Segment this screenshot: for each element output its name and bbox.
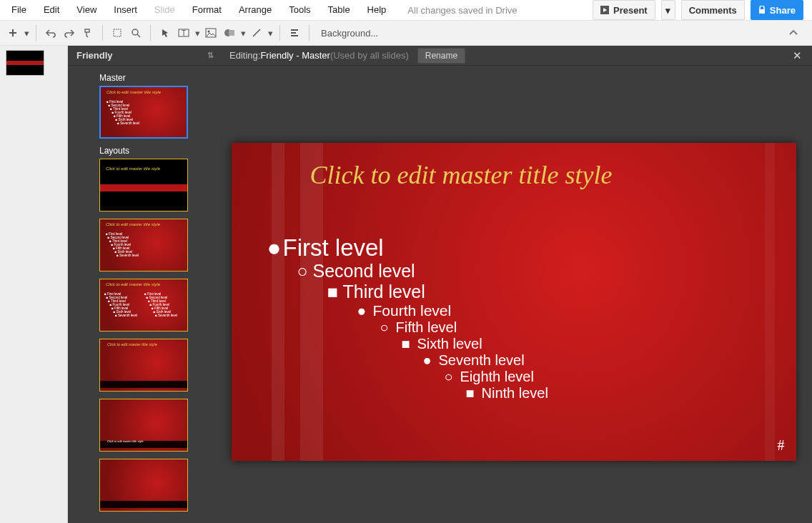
master-panel-header[interactable]: Friendly ⇅ <box>68 46 222 66</box>
menu-table[interactable]: Table <box>320 0 359 20</box>
rename-button[interactable]: Rename <box>417 48 465 64</box>
caret-down-icon: ▾ <box>665 5 670 16</box>
separator <box>309 25 310 41</box>
editing-name: Friendly - Master <box>260 50 330 61</box>
thumb-title: Click to edit master title style <box>107 342 184 347</box>
level-1: ●First level <box>267 234 548 262</box>
menu-edit[interactable]: Edit <box>35 0 68 20</box>
theme-name: Friendly <box>76 50 113 61</box>
present-label: Present <box>613 5 648 16</box>
decorative-bar <box>765 143 775 461</box>
new-slide-button[interactable] <box>4 24 21 41</box>
page-number-placeholder[interactable]: # <box>778 437 785 454</box>
share-label: Share <box>770 5 796 16</box>
level-9: ■Ninth level <box>466 385 548 402</box>
separator <box>102 25 103 41</box>
select-tool[interactable] <box>157 24 174 41</box>
sort-icon[interactable]: ⇅ <box>207 51 214 60</box>
layout-thumbnail[interactable]: Click to edit master title style <box>99 339 188 392</box>
title-placeholder[interactable]: Click to edit master title style <box>310 160 613 190</box>
separator <box>279 25 280 41</box>
undo-button[interactable] <box>42 24 59 41</box>
slide-thumbnail[interactable] <box>6 50 44 76</box>
thumb-body: ■ First level ■ Second level ■ Third lev… <box>107 100 139 125</box>
level-7: ●Seventh level <box>423 352 548 369</box>
menu-arrange[interactable]: Arrange <box>230 0 280 20</box>
layout-thumbnail[interactable]: Click to edit master title style <box>99 399 188 452</box>
thumb-title: Click to edit master title style <box>106 166 184 171</box>
master-section-label: Master <box>99 73 215 83</box>
collapse-toolbar-button[interactable] <box>785 24 802 41</box>
thumb-title: Click to edit master title style <box>107 439 184 443</box>
toolbar: ▾ T ▾ ▾ ▾ Background... <box>0 20 812 46</box>
master-panel: Friendly ⇅ Master Click to edit master t… <box>68 46 222 523</box>
line-tool[interactable] <box>248 24 265 41</box>
redo-button[interactable] <box>61 24 78 41</box>
background-button[interactable]: Background... <box>321 28 378 39</box>
play-icon <box>600 6 609 14</box>
present-button[interactable]: Present <box>593 0 655 20</box>
menu-insert[interactable]: Insert <box>105 0 146 20</box>
svg-point-7 <box>208 31 210 33</box>
save-status: All changes saved in Drive <box>395 5 517 16</box>
menu-format[interactable]: Format <box>184 0 230 20</box>
level-2: ○Second level <box>297 261 548 282</box>
filmstrip <box>0 46 68 523</box>
menu-tools[interactable]: Tools <box>280 0 319 20</box>
close-master-button[interactable]: ✕ <box>790 46 805 65</box>
level-3: ■Third level <box>327 282 548 302</box>
canvas-wrap: Click to edit master title style ●First … <box>222 66 812 523</box>
separator <box>150 25 151 41</box>
layout-thumbnail[interactable]: Click to edit master title style ■ First… <box>99 219 188 272</box>
editor-bar: Editing: Friendly - Master (Used by all … <box>222 46 812 66</box>
layout-thumbnail[interactable]: Click to edit master title style <box>99 159 188 211</box>
body-placeholder[interactable]: ●First level○Second level■Third level●Fo… <box>267 234 548 402</box>
thumb-body: ■ First level ■ Second level ■ Third lev… <box>144 292 177 317</box>
image-tool[interactable] <box>202 24 219 41</box>
zoom-button[interactable] <box>127 24 144 41</box>
thumb-title: Click to edit master title style <box>107 90 184 94</box>
level-4: ●Fourth level <box>357 302 548 319</box>
editor-area: Editing: Friendly - Master (Used by all … <box>222 46 812 523</box>
line-dropdown[interactable]: ▾ <box>267 24 274 41</box>
svg-rect-1 <box>759 9 765 14</box>
editing-prefix: Editing: <box>229 50 260 61</box>
lock-icon <box>758 6 766 14</box>
new-slide-dropdown[interactable]: ▾ <box>23 24 30 41</box>
present-dropdown[interactable]: ▾ <box>661 0 675 20</box>
svg-rect-2 <box>114 29 121 36</box>
comments-button[interactable]: Comments <box>681 0 745 20</box>
svg-rect-9 <box>229 30 234 36</box>
layout-thumbnail[interactable] <box>99 459 188 512</box>
master-thumbnail[interactable]: Click to edit master title style ■ First… <box>99 86 188 139</box>
master-slide[interactable]: Click to edit master title style ●First … <box>232 143 796 461</box>
thumb-body: ■ First level ■ Second level ■ Third lev… <box>104 292 137 317</box>
align-tool[interactable] <box>286 24 303 41</box>
share-button[interactable]: Share <box>751 0 803 20</box>
editing-used: (Used by all slides) <box>330 50 409 61</box>
menu-view[interactable]: View <box>68 0 105 20</box>
level-6: ■Sixth level <box>402 336 548 352</box>
layout-thumbnail[interactable]: Click to edit master title style ■ First… <box>99 279 188 332</box>
thumb-body: ■ First level ■ Second level ■ Third lev… <box>106 232 139 257</box>
paint-format-button[interactable] <box>79 24 96 41</box>
textbox-tool[interactable]: T <box>175 24 192 41</box>
separator <box>36 25 36 41</box>
zoom-fit-button[interactable] <box>109 24 126 41</box>
svg-point-3 <box>132 29 138 35</box>
workspace: Friendly ⇅ Master Click to edit master t… <box>0 46 812 523</box>
menu-file[interactable]: File <box>3 0 35 20</box>
textbox-dropdown[interactable]: ▾ <box>194 24 201 41</box>
thumb-title: Click to edit master title style <box>106 282 184 287</box>
svg-text:T: T <box>182 29 186 37</box>
menu-help[interactable]: Help <box>359 0 395 20</box>
level-8: ○Eighth level <box>445 369 548 385</box>
menu-slide[interactable]: Slide <box>146 0 184 20</box>
layouts-section-label: Layouts <box>99 146 215 156</box>
shape-dropdown[interactable]: ▾ <box>239 24 247 41</box>
level-5: ○Fifth level <box>380 319 548 336</box>
shape-tool[interactable] <box>221 24 238 41</box>
menu-bar: File Edit View Insert Slide Format Arran… <box>0 0 812 20</box>
thumb-title: Click to edit master title style <box>106 222 184 226</box>
